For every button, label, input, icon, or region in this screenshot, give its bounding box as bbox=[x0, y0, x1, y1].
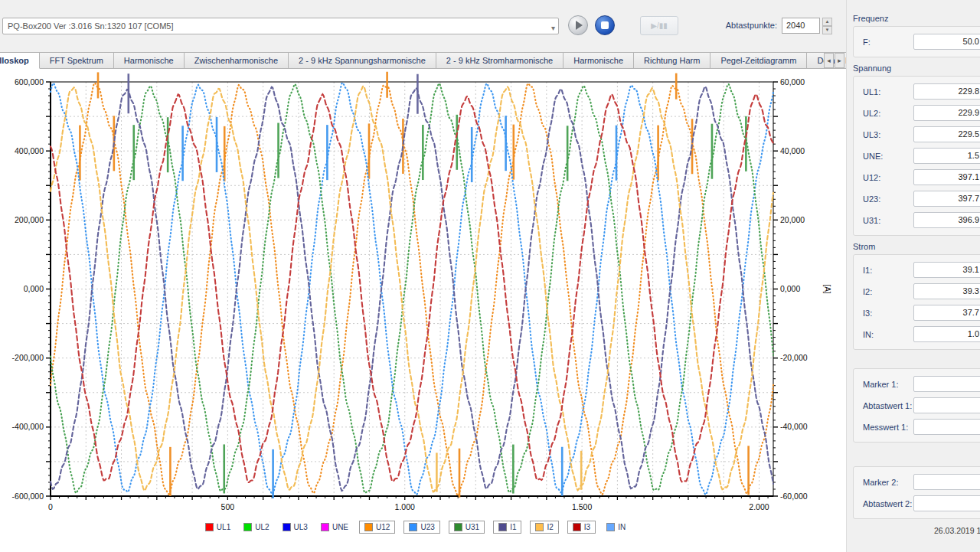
legend-item-u12[interactable]: U12 bbox=[359, 521, 395, 534]
toolbar: PQ-Box200 Ver :3.016 Sn:1320 107 [COM5] … bbox=[0, 0, 846, 46]
y-right-tick-label: 60,000 bbox=[780, 77, 805, 87]
field-row: UL2:229.9 bbox=[863, 105, 980, 121]
legend-label: I1 bbox=[510, 523, 516, 531]
tab-zwischenharmonische[interactable]: Zwischenharmonische bbox=[185, 52, 289, 69]
play-pause-button-disabled: ▶/▮▮ bbox=[640, 16, 678, 35]
tab-pegel-zeitdiagramm[interactable]: Pegel-Zeitdiagramm bbox=[710, 52, 807, 69]
y-left-tick-label: -400,000 bbox=[12, 422, 44, 431]
legend-label: UL2 bbox=[255, 523, 269, 531]
legend-swatch bbox=[364, 523, 373, 531]
tab-row: OszilloskopFFT SpektrumHarmonischeZwisch… bbox=[0, 52, 880, 69]
spinner-up-icon[interactable]: ▲ bbox=[822, 18, 832, 26]
tab-2-9-khz-stromharmonische[interactable]: 2 - 9 kHz Stromharmonische bbox=[436, 52, 564, 69]
legend-label: IN bbox=[618, 523, 626, 531]
legend-swatch bbox=[243, 523, 252, 531]
legend-label: U31 bbox=[466, 523, 479, 531]
field-row: UL3:229.5 bbox=[863, 126, 980, 142]
x-tick-label: 500 bbox=[221, 502, 235, 511]
field-u31[interactable]: 396.9 bbox=[913, 212, 980, 228]
field-label: UL2: bbox=[863, 109, 913, 118]
field-ul2[interactable]: 229.9 bbox=[913, 105, 980, 121]
legend-label: I3 bbox=[584, 523, 590, 531]
device-combobox-text: PQ-Box200 Ver :3.016 Sn:1320 107 [COM5] bbox=[8, 21, 173, 31]
legend-label: UL3 bbox=[294, 523, 308, 531]
field-abtastwert2[interactable] bbox=[913, 495, 980, 511]
field-i2[interactable]: 39.3 bbox=[913, 283, 980, 299]
field-row: U12:397.1 bbox=[863, 169, 980, 185]
field-row: Messwert 1: bbox=[863, 419, 980, 435]
tab-2-9-khz-spannungsharmonische[interactable]: 2 - 9 kHz Spannungsharmonische bbox=[289, 52, 436, 69]
field-marker1[interactable] bbox=[913, 376, 980, 392]
x-tick-label: 0 bbox=[48, 502, 53, 511]
y-left-tick-label: -200,000 bbox=[12, 353, 44, 362]
legend-item-i1[interactable]: I1 bbox=[493, 521, 521, 534]
waveform-chart[interactable]: 600,000400,000200,0000,000-200,000-400,0… bbox=[0, 69, 846, 552]
group-box-spannung: UL1:229.8UL2:229.9UL3:229.5UNE:1.5U12:39… bbox=[853, 76, 980, 236]
field-in[interactable]: 1.0 bbox=[913, 326, 980, 342]
tab-harmonische[interactable]: Harmonische bbox=[114, 52, 185, 69]
field-label: UNE: bbox=[863, 152, 913, 161]
legend-item-u31[interactable]: U31 bbox=[449, 521, 485, 534]
y-right-tick-label: 40,000 bbox=[780, 146, 805, 155]
tab-bar: OszilloskopFFT SpektrumHarmonischeZwisch… bbox=[0, 51, 846, 69]
stop-button[interactable] bbox=[595, 15, 615, 35]
sample-count-label: Abtastpunkte: bbox=[708, 21, 777, 30]
legend-item-ul3[interactable]: UL3 bbox=[280, 521, 310, 533]
group-title-spannung: Spannung bbox=[853, 64, 980, 74]
sample-count-input[interactable]: 2040 bbox=[782, 18, 820, 34]
field-row: Marker 1: bbox=[863, 376, 980, 392]
tab-richtung-harm[interactable]: Richtung Harm bbox=[634, 52, 710, 69]
field-row: IN:1.0 bbox=[863, 326, 980, 342]
y-right-tick-label: 0,000 bbox=[780, 284, 800, 293]
legend-label: I2 bbox=[547, 523, 553, 531]
tab-scroll-left-icon[interactable]: ◂ bbox=[824, 53, 834, 68]
field-row: U23:397.7 bbox=[863, 191, 980, 207]
legend-item-une[interactable]: UNE bbox=[318, 521, 351, 533]
y-right-tick-label: 20,000 bbox=[780, 215, 805, 224]
tab-fft-spektrum[interactable]: FFT Spektrum bbox=[40, 52, 114, 69]
field-label: I1: bbox=[863, 266, 913, 275]
legend-item-ul1[interactable]: UL1 bbox=[203, 521, 233, 533]
field-i1[interactable]: 39.1 bbox=[913, 262, 980, 278]
device-combobox[interactable]: PQ-Box200 Ver :3.016 Sn:1320 107 [COM5] … bbox=[2, 18, 559, 34]
y-left-tick-label: -600,000 bbox=[12, 492, 44, 501]
field-une[interactable]: 1.5 bbox=[913, 148, 980, 164]
sample-count-spinner[interactable]: ▲ ▼ bbox=[822, 18, 832, 34]
field-f[interactable]: 50.0 bbox=[913, 34, 980, 50]
field-u23[interactable]: 397.7 bbox=[913, 191, 980, 207]
group-box-frequenz: F:50.0 bbox=[853, 26, 980, 57]
legend-swatch bbox=[535, 523, 544, 531]
legend-swatch bbox=[409, 523, 417, 531]
x-tick-label: 1.000 bbox=[395, 502, 415, 511]
field-label: IN: bbox=[863, 330, 913, 339]
y-right-unit-label: [A] bbox=[823, 284, 831, 293]
y-right-tick-label: -40,000 bbox=[780, 422, 808, 431]
legend-item-u23[interactable]: U23 bbox=[403, 521, 439, 534]
play-button[interactable] bbox=[568, 15, 588, 35]
spinner-down-icon[interactable]: ▼ bbox=[822, 26, 832, 34]
y-left-tick-label: 200,000 bbox=[15, 215, 44, 224]
chevron-down-icon[interactable]: ▾ bbox=[551, 21, 555, 34]
y-left-tick-label: 0,000 bbox=[24, 284, 44, 293]
oscilloscope-chart-panel: 600,000400,000200,0000,000-200,000-400,0… bbox=[0, 69, 846, 552]
tab-harmonische[interactable]: Harmonische bbox=[564, 52, 634, 69]
measurement-side-panel: FrequenzF:50.0SpannungUL1:229.8UL2:229.9… bbox=[846, 0, 980, 552]
field-row: Marker 2: bbox=[863, 474, 980, 490]
field-abtastwert1[interactable] bbox=[913, 397, 980, 413]
legend-item-in[interactable]: IN bbox=[604, 521, 628, 533]
field-ul3[interactable]: 229.5 bbox=[913, 126, 980, 142]
legend-item-i2[interactable]: I2 bbox=[530, 521, 558, 534]
legend-item-i3[interactable]: I3 bbox=[567, 521, 596, 534]
field-marker2[interactable] bbox=[913, 474, 980, 490]
field-messwert1[interactable] bbox=[913, 419, 980, 435]
tab-scroll-right-icon[interactable]: ▸ bbox=[835, 53, 844, 68]
legend-item-ul2[interactable]: UL2 bbox=[241, 521, 271, 533]
tab-oszilloskop[interactable]: Oszilloskop bbox=[0, 52, 40, 69]
field-u12[interactable]: 397.1 bbox=[913, 169, 980, 185]
chart-legend: UL1UL2UL3UNEU12U23U31I1I2I3IN bbox=[0, 521, 831, 534]
legend-swatch bbox=[205, 523, 214, 531]
field-ul1[interactable]: 229.8 bbox=[913, 83, 980, 100]
field-row: F:50.0 bbox=[863, 34, 980, 50]
legend-label: U23 bbox=[420, 523, 434, 531]
field-i3[interactable]: 37.7 bbox=[913, 305, 980, 321]
